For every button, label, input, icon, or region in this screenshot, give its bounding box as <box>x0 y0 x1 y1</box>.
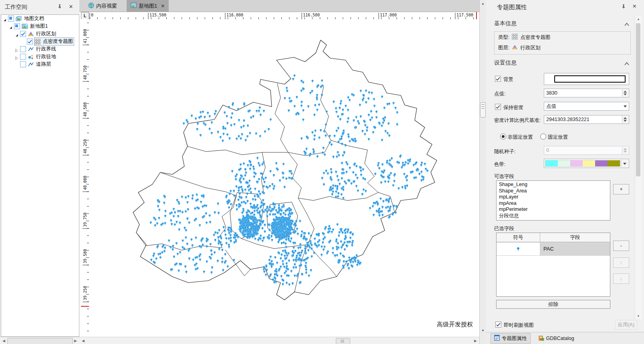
tree-item-new-map1[interactable]: 新地图1 <box>1 22 79 30</box>
tree-item-admin-boundary-layer[interactable]: 行政界线 <box>1 45 79 53</box>
tab-label[interactable]: GDBCatalog <box>546 336 574 341</box>
selected-tree-item[interactable]: 点密度专题图 <box>34 38 74 45</box>
dot-value-input[interactable]: 3830 <box>546 90 557 96</box>
selected-fields-table[interactable]: 符号 字段 PAC <box>496 233 610 297</box>
tab-label[interactable]: 内容视窗 <box>96 2 117 10</box>
color-ramp-combobox[interactable] <box>544 159 629 168</box>
tristate-checkbox[interactable] <box>14 23 20 29</box>
symbol-cell[interactable] <box>497 242 540 256</box>
map-icon <box>131 2 137 9</box>
keep-density-checkbox[interactable] <box>495 104 501 110</box>
tree-item-dot-density-map[interactable]: 点密度专题图 <box>1 38 79 45</box>
layer-checkbox-unchecked[interactable] <box>20 46 26 52</box>
tree-item-label[interactable]: 道路层 <box>35 61 52 68</box>
list-item[interactable]: mpArea <box>499 200 610 207</box>
expander-open-icon[interactable] <box>15 32 19 36</box>
list-item[interactable]: Shape_Leng <box>499 182 610 188</box>
background-checkbox[interactable] <box>495 76 501 82</box>
layer-checkbox-unchecked[interactable] <box>20 61 26 67</box>
thematic-properties-panel: 专题图属性 ✕ 基本信息 类型: 点密度专题图 图层: 行政区划 设置信息 背景 <box>486 0 644 344</box>
nonfixed-placement-radio[interactable] <box>500 134 506 140</box>
panel-splitter[interactable]: ▼ ▼ <box>479 0 486 344</box>
spinner-arrows[interactable] <box>622 89 628 97</box>
tab-label[interactable]: 新地图1 <box>139 2 157 10</box>
svg-text:117.500: 117.500 <box>456 13 473 17</box>
list-item[interactable]: 分段信息 <box>499 213 610 219</box>
tree-item-label[interactable]: 行政驻地 <box>35 53 57 61</box>
dot-value-spinbox[interactable]: 3830 <box>544 89 629 97</box>
keep-density-combobox[interactable]: 点值 <box>544 102 629 111</box>
tab-gdbcatalog[interactable]: GDBCatalog <box>535 334 577 343</box>
tree-item-label[interactable]: 行政界线 <box>35 45 57 53</box>
tree-item-road-layer[interactable]: 道路层 <box>1 61 79 68</box>
scrollbar-thumb[interactable] <box>636 23 640 176</box>
tab-overflow-icon[interactable]: ▼ <box>480 2 485 6</box>
collapse-chevron-icon[interactable] <box>624 22 629 25</box>
collapse-chevron-icon[interactable] <box>624 61 629 64</box>
fixed-placement-label[interactable]: 固定放置 <box>548 134 568 141</box>
list-item[interactable]: mpPerimeter <box>499 206 610 213</box>
map-canvas[interactable]: 高级开发授权 <box>89 19 479 336</box>
close-icon[interactable]: ✕ <box>632 3 636 9</box>
background-color-swatch[interactable] <box>544 73 629 85</box>
close-tab-icon[interactable]: ✕ <box>161 3 165 9</box>
nonfixed-placement-label[interactable]: 非固定放置 <box>508 134 533 141</box>
ruler-corner-button[interactable]: L <box>81 12 89 20</box>
scale-base-spinbox[interactable]: 2941303.28352221 <box>544 115 629 124</box>
layer-checkbox-checked[interactable] <box>27 38 33 45</box>
exclude-button[interactable]: 排除 <box>496 300 610 309</box>
scrollbar-thumb[interactable] <box>336 338 350 344</box>
scroll-up-icon[interactable]: ▲ <box>635 17 642 21</box>
tab-thematic-properties[interactable]: 专题图属性 <box>491 333 531 344</box>
panel-collapse-icon[interactable]: ▼ <box>480 329 485 332</box>
fixed-placement-radio[interactable] <box>540 134 546 140</box>
expander-open-icon[interactable] <box>9 24 13 28</box>
list-item[interactable]: mpLayer <box>499 194 610 200</box>
field-cell[interactable]: PAC <box>540 242 610 256</box>
instant-refresh-checkbox[interactable] <box>495 322 501 328</box>
layer-label: 图层: <box>498 45 509 51</box>
available-fields-listbox[interactable]: Shape_Leng Shape_Area mpLayer mpArea mpP… <box>496 180 610 221</box>
layer-checkbox-checked[interactable] <box>20 31 26 37</box>
layer-checkbox-unchecked[interactable] <box>20 54 26 60</box>
tree-item-label[interactable]: 新地图1 <box>29 22 48 30</box>
splitter-grip[interactable] <box>480 102 486 117</box>
close-icon[interactable]: ✕ <box>67 3 75 10</box>
svg-text:39.250: 39.250 <box>83 286 87 300</box>
table-row[interactable]: PAC <box>497 242 610 256</box>
list-item[interactable]: Shape_Area <box>499 188 610 194</box>
scrollbar-thumb[interactable] <box>7 338 73 344</box>
workspace-horizontal-scrollbar[interactable]: ◀ ▶ <box>0 337 79 344</box>
move-up-button[interactable]: ↑ <box>613 257 629 268</box>
tree-item-label[interactable]: 地图文档 <box>23 15 45 22</box>
expander-closed-icon[interactable] <box>15 47 19 51</box>
scroll-right-icon[interactable]: ▶ <box>73 338 79 344</box>
scale-base-input[interactable]: 2941303.28352221 <box>546 117 589 122</box>
move-down-button[interactable]: ↓ <box>613 273 629 284</box>
scroll-down-icon[interactable]: ▼ <box>635 314 642 318</box>
scroll-right-icon[interactable]: ▶ <box>472 338 478 344</box>
expander-open-icon[interactable] <box>3 17 7 21</box>
symbol-column-header: 符号 <box>497 233 540 242</box>
tree-item-map-document[interactable]: 地图文档 <box>1 15 79 22</box>
properties-vertical-scrollbar[interactable]: ▲ ▼ <box>635 16 642 319</box>
tristate-checkbox[interactable] <box>8 16 14 22</box>
remove-field-button[interactable]: - <box>613 241 629 251</box>
tree-item-admin-seat-layer[interactable]: 行政驻地 <box>1 53 79 61</box>
scroll-left-icon[interactable]: ◀ <box>1 338 7 344</box>
scroll-left-icon[interactable]: ◀ <box>80 338 86 344</box>
tree-item-admin-region-layer[interactable]: 行政区划 <box>1 30 79 38</box>
map-horizontal-scrollbar[interactable]: ◀ ▶ <box>79 337 479 344</box>
apply-button[interactable]: 应用(A) <box>615 320 637 330</box>
spinner-arrows[interactable] <box>622 116 628 123</box>
expander-closed-icon[interactable] <box>15 55 19 59</box>
pin-icon[interactable] <box>621 4 626 10</box>
tab-new-map1[interactable]: 新地图1 ✕ <box>127 0 169 12</box>
tab-content-view[interactable]: 内容视窗 <box>84 0 121 12</box>
add-field-button[interactable]: + <box>613 184 629 194</box>
tree-item-label[interactable]: 点密度专题图 <box>42 38 74 45</box>
tree-item-label[interactable]: 行政区划 <box>35 30 57 38</box>
tab-label[interactable]: 专题图属性 <box>502 335 527 342</box>
ramp-dropdown-button[interactable] <box>621 160 628 167</box>
pin-icon[interactable] <box>56 3 63 10</box>
